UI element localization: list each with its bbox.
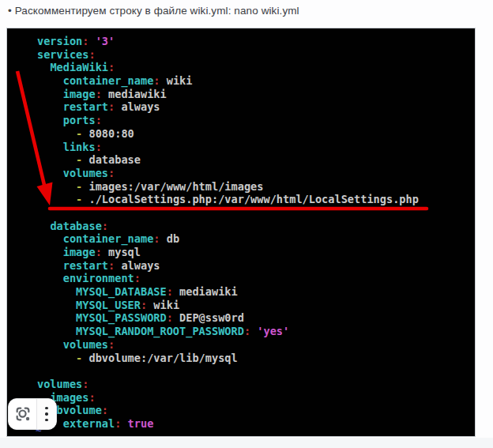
yaml-colon: : <box>167 311 173 324</box>
more-options-icon <box>45 407 47 409</box>
yaml-line: MYSQL_PASSWORD: DEP@ssw0rd <box>37 311 475 325</box>
yaml-colon: : <box>153 74 160 87</box>
yaml-value: wiki <box>160 74 193 87</box>
more-options-button[interactable] <box>37 399 56 429</box>
yaml-colon: : <box>102 220 108 232</box>
yaml-colon: : <box>96 246 102 258</box>
yaml-line: - 8080:80 <box>37 127 475 141</box>
yaml-colon: : <box>96 88 102 100</box>
instruction-text: • Раскомментируем строку в файле wiki.ym… <box>8 5 482 17</box>
yaml-line: MYSQL_DATABASE: mediawiki <box>37 285 475 299</box>
yaml-value: DEP@ssw0rd <box>173 311 244 324</box>
yaml-colon: : <box>102 404 108 416</box>
yaml-value: mediawiki <box>102 88 167 100</box>
yaml-colon: : <box>167 285 173 298</box>
image-hover-toolbar <box>8 398 57 430</box>
yaml-colon: : <box>108 100 115 113</box>
yaml-line: MediaWiki: <box>37 61 475 74</box>
yaml-value: 'yes' <box>250 325 289 337</box>
yaml-value: ./LocalSettings.php:/var/www/html/LocalS… <box>88 193 418 205</box>
yaml-value: 8080:80 <box>88 127 134 140</box>
yaml-key: links <box>63 141 96 153</box>
yaml-key: MYSQL_DATABASE <box>76 285 167 298</box>
yaml-line: services: <box>37 48 475 62</box>
yaml-line: version: '3' <box>37 35 475 48</box>
yaml-dash: - <box>76 180 88 193</box>
yaml-key: volumes <box>37 378 82 390</box>
page-bottom-strip <box>0 438 493 448</box>
yaml-colon: : <box>108 61 115 73</box>
yaml-key: container_name <box>63 232 154 245</box>
yaml-dash: - <box>76 352 88 364</box>
yaml-line: restart: always <box>37 100 475 114</box>
yaml-key: database <box>50 220 101 232</box>
yaml-line: MYSQL_RANDOM_ROOT_PASSWORD: 'yes' <box>37 325 475 338</box>
yaml-line: dbvolume: <box>37 404 475 417</box>
yaml-key: image <box>63 246 96 258</box>
yaml-key: MYSQL_USER <box>76 299 141 311</box>
yaml-value: '3' <box>88 35 115 47</box>
yaml-key: ports <box>63 114 96 126</box>
yaml-colon: : <box>134 272 141 284</box>
yaml-line-highlighted: - ./LocalSettings.php:/var/www/html/Loca… <box>37 193 475 206</box>
yaml-key: environment <box>63 272 134 284</box>
yaml-value: mysql <box>102 246 141 258</box>
yaml-colon: : <box>108 338 115 351</box>
yaml-colon: : <box>96 141 102 153</box>
yaml-line: container_name: wiki <box>37 74 475 88</box>
yaml-line: ports: <box>37 114 475 127</box>
yaml-line: image: mysql <box>37 246 475 259</box>
yaml-key: container_name <box>63 74 154 87</box>
yaml-blank-line <box>37 364 475 378</box>
yaml-line: volumes: <box>37 167 475 180</box>
yaml-value: wiki <box>147 299 179 311</box>
yaml-key: restart <box>63 259 108 272</box>
yaml-value: true <box>121 417 153 430</box>
yaml-code-block: version: '3'services: MediaWiki: contain… <box>7 28 475 431</box>
yaml-dash: - <box>76 193 88 205</box>
yaml-dash: - <box>76 127 88 140</box>
yaml-line: restart: always <box>37 259 475 273</box>
yaml-value: dbvolume:/var/lib/mysql <box>88 352 237 364</box>
yaml-line: - images:/var/www/html/images <box>37 180 475 194</box>
yaml-line: images: <box>37 391 475 405</box>
yaml-line: environment: <box>37 272 475 285</box>
yaml-value: mediawiki <box>173 285 238 298</box>
yaml-line: volumes: <box>37 338 475 352</box>
yaml-line: database: <box>37 220 475 233</box>
yaml-key: restart <box>63 100 108 113</box>
yaml-colon: : <box>108 167 115 179</box>
yaml-dash: - <box>76 153 88 166</box>
yaml-colon: : <box>96 114 102 126</box>
yaml-key: images <box>50 391 88 404</box>
yaml-key: external <box>63 417 115 430</box>
lens-search-icon <box>14 405 32 423</box>
yaml-colon: : <box>141 299 147 311</box>
yaml-blank-line <box>37 206 475 220</box>
yaml-key: volumes <box>63 338 108 351</box>
terminal-screenshot: version: '3'services: MediaWiki: contain… <box>6 28 476 437</box>
yaml-value: database <box>88 153 140 166</box>
yaml-key: version <box>37 35 82 47</box>
yaml-key: dbvolume <box>50 404 101 416</box>
yaml-colon: : <box>153 232 160 245</box>
yaml-line: MYSQL_USER: wiki <box>37 299 475 312</box>
yaml-line: - dbvolume:/var/lib/mysql <box>37 352 475 365</box>
yaml-value: always <box>115 259 160 272</box>
lens-search-button[interactable] <box>9 399 36 429</box>
yaml-line: - database <box>37 153 475 167</box>
yaml-line: volumes: <box>37 378 475 391</box>
yaml-value: always <box>115 100 160 113</box>
yaml-line: links: <box>37 141 475 154</box>
yaml-value: images:/var/www/html/images <box>88 180 263 193</box>
yaml-colon: : <box>244 325 250 337</box>
yaml-colon: : <box>88 391 95 404</box>
yaml-colon: : <box>82 378 88 390</box>
yaml-line: container_name: db <box>37 232 475 246</box>
yaml-key: MYSQL_PASSWORD <box>76 311 167 324</box>
yaml-line: external: true <box>37 417 475 431</box>
yaml-key: MediaWiki <box>50 61 108 73</box>
yaml-line: image: mediawiki <box>37 88 475 101</box>
yaml-key: volumes <box>63 167 108 179</box>
yaml-key: image <box>63 88 96 100</box>
